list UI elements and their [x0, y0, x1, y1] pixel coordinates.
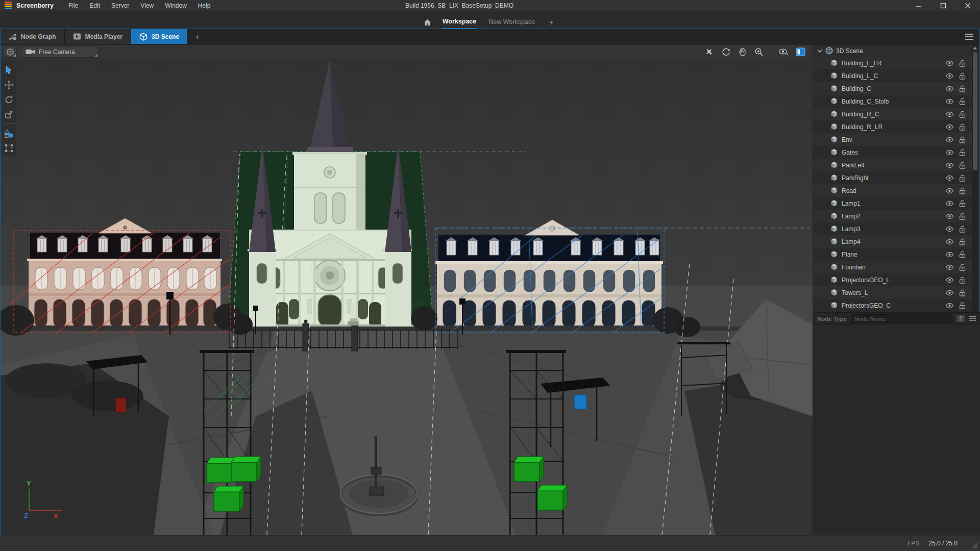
visibility-toggle-icon[interactable] [945, 290, 954, 296]
scene-node-row[interactable]: ParkLeft [813, 159, 973, 171]
menu-window[interactable]: Window [159, 1, 192, 11]
scene-node-row[interactable]: Fountain [813, 261, 973, 273]
scene-node-row[interactable]: Road [813, 184, 973, 197]
visibility-toggle-icon[interactable] [945, 98, 954, 105]
scene-node-row[interactable]: Gates [813, 146, 973, 159]
camera-selector[interactable]: Free Camera [21, 46, 99, 58]
menu-file[interactable]: File [63, 1, 84, 11]
resize-grip-icon[interactable] [971, 542, 978, 549]
visibility-toggle-icon[interactable] [945, 124, 954, 130]
scene-node-row[interactable]: Building_R_C [813, 108, 973, 120]
scene-node-row[interactable]: ParkRight [813, 171, 973, 184]
lock-toggle-icon[interactable] [959, 264, 966, 271]
lock-toggle-icon[interactable] [959, 85, 966, 92]
menu-server[interactable]: Server [106, 1, 135, 11]
minimize-button[interactable] [906, 0, 931, 11]
visibility-toggle-icon[interactable] [945, 175, 954, 181]
visibility-toggle-icon[interactable] [945, 277, 954, 283]
lock-toggle-icon[interactable] [959, 98, 966, 105]
scene-node-row[interactable]: ProjectorsGEO_C [813, 299, 973, 312]
visibility-toggle-icon[interactable] [945, 264, 954, 270]
rotate-tool-button[interactable] [3, 94, 14, 105]
lock-toggle-icon[interactable] [959, 162, 966, 169]
fly-mode-button[interactable] [704, 47, 714, 57]
scene-node-row[interactable]: Building_C_Stolb [813, 95, 973, 108]
orbit-mode-button[interactable] [721, 47, 731, 57]
lock-toggle-icon[interactable] [959, 277, 966, 284]
shading-mode-button[interactable] [4, 46, 17, 58]
select-tool-button[interactable] [3, 64, 14, 76]
viewport-3d[interactable]: Free Camera [1, 45, 813, 535]
visibility-toggle-icon[interactable] [945, 252, 954, 258]
hierarchy-scrollbar[interactable] [972, 45, 978, 325]
add-tab-button[interactable]: + [188, 29, 207, 44]
visibility-toggle-icon[interactable] [945, 162, 954, 168]
lock-toggle-icon[interactable] [959, 72, 966, 80]
scale-tool-button[interactable] [3, 109, 14, 120]
visibility-toggle-icon[interactable] [945, 201, 954, 207]
visibility-toggle-icon[interactable] [945, 149, 954, 156]
scene-node-row[interactable]: Building_C [813, 82, 973, 95]
scene-node-row[interactable]: Building_L_LR [813, 57, 973, 69]
tab-media-player[interactable]: Media Player [65, 29, 131, 44]
node-name-filter-input[interactable] [851, 314, 952, 323]
visibility-toggle-icon[interactable] [945, 111, 954, 117]
lock-toggle-icon[interactable] [959, 200, 966, 207]
filter-help-icon[interactable]: ? [957, 315, 965, 322]
display-options-button[interactable] [778, 47, 789, 56]
scene-node-row[interactable]: ProjectorsGEO_L [813, 273, 973, 286]
lock-toggle-icon[interactable] [959, 251, 966, 258]
zoom-mode-button[interactable] [754, 47, 764, 57]
scroll-up-icon[interactable] [973, 46, 977, 49]
workspace-tab-active[interactable]: Workspace [442, 16, 477, 29]
lock-toggle-icon[interactable] [959, 111, 966, 118]
viewport-canvas[interactable] [1, 59, 813, 535]
visibility-toggle-icon[interactable] [945, 137, 954, 143]
maximize-button[interactable] [931, 0, 955, 11]
tab-node-graph[interactable]: Node Graph [1, 29, 65, 44]
menu-edit[interactable]: Edit [84, 1, 106, 11]
primitives-tool-button[interactable] [3, 128, 14, 139]
filter-menu-icon[interactable] [969, 316, 976, 321]
lock-toggle-icon[interactable] [959, 302, 966, 309]
tab-strip-menu-icon[interactable] [959, 29, 979, 44]
lattice-tool-button[interactable] [3, 142, 14, 154]
scene-node-row[interactable]: Lamp1 [813, 197, 973, 210]
add-workspace-button[interactable]: + [546, 18, 556, 27]
scrollbar-thumb[interactable] [973, 52, 977, 170]
lock-toggle-icon[interactable] [959, 213, 966, 220]
lock-toggle-icon[interactable] [959, 187, 966, 194]
visibility-toggle-icon[interactable] [945, 188, 954, 194]
visibility-toggle-icon[interactable] [945, 86, 954, 92]
scene-node-row[interactable]: Env [813, 133, 973, 146]
lock-toggle-icon[interactable] [959, 149, 966, 156]
visibility-toggle-icon[interactable] [945, 239, 954, 245]
move-tool-button[interactable] [3, 79, 14, 90]
close-button[interactable] [955, 0, 980, 11]
scene-node-row[interactable]: Towers_L [813, 286, 973, 299]
scene-node-row[interactable]: Building_R_LR [813, 120, 973, 133]
menu-view[interactable]: View [135, 1, 159, 11]
scene-root-row[interactable]: 3D Scene [813, 45, 973, 57]
scene-node-row[interactable]: Lamp3 [813, 222, 973, 235]
node-type-filter[interactable]: Node Type [817, 316, 847, 322]
lock-toggle-icon[interactable] [959, 123, 966, 131]
lock-toggle-icon[interactable] [959, 60, 966, 67]
visibility-toggle-icon[interactable] [945, 60, 954, 66]
scene-node-row[interactable]: Lamp2 [813, 210, 973, 222]
visibility-toggle-icon[interactable] [945, 303, 954, 309]
scene-node-row[interactable]: Plane [813, 248, 973, 261]
lock-toggle-icon[interactable] [959, 174, 966, 182]
lock-toggle-icon[interactable] [959, 226, 966, 233]
lock-toggle-icon[interactable] [959, 289, 966, 296]
menu-help[interactable]: Help [192, 1, 216, 11]
side-panel-toggle-button[interactable] [796, 47, 805, 56]
home-icon[interactable] [424, 19, 431, 26]
visibility-toggle-icon[interactable] [945, 226, 954, 232]
tab-3d-scene[interactable]: 3D Scene [131, 29, 188, 44]
lock-toggle-icon[interactable] [959, 238, 966, 245]
scene-node-row[interactable]: Lamp4 [813, 235, 973, 248]
lock-toggle-icon[interactable] [959, 136, 966, 143]
visibility-toggle-icon[interactable] [945, 213, 954, 219]
workspace-tab-new[interactable]: New Workspace [487, 16, 536, 29]
